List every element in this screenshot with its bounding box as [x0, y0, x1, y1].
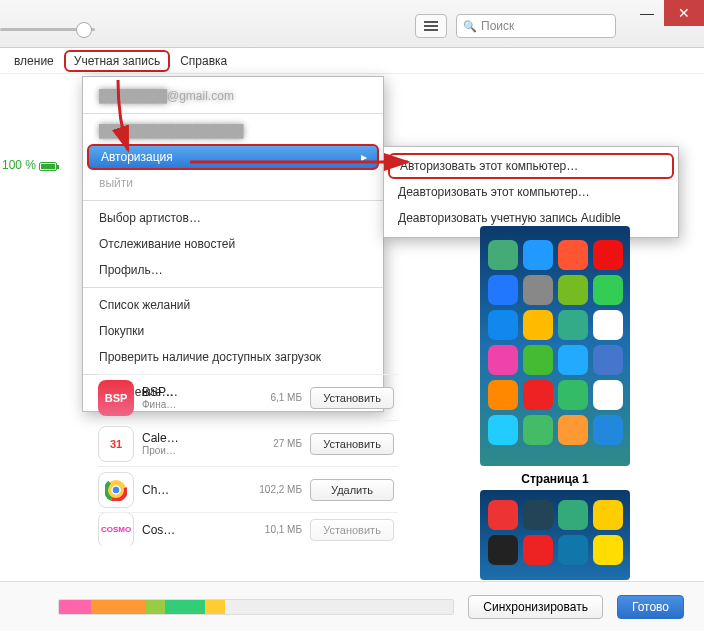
sync-button[interactable]: Синхронизировать	[468, 595, 603, 619]
phone-preview: Страница 1	[462, 226, 648, 580]
phone-app-icon[interactable]	[558, 380, 588, 410]
app-icon: 31	[98, 426, 134, 462]
capacity-segment	[225, 600, 454, 614]
dd-profile[interactable]: Профиль…	[83, 257, 383, 283]
phone-app-icon[interactable]	[593, 275, 623, 305]
phone-app-icon[interactable]	[523, 500, 553, 530]
phone-app-icon[interactable]	[558, 275, 588, 305]
phone-app-icon[interactable]	[488, 240, 518, 270]
dd-news[interactable]: Отслеживание новостей	[83, 231, 383, 257]
app-remove-button[interactable]: Удалить	[310, 479, 394, 501]
phone-screen-page1[interactable]	[480, 226, 630, 466]
app-row: COSMO Cos… 10,1 МБ Установить	[98, 512, 398, 546]
battery-percent: 100 %	[2, 158, 57, 172]
phone-app-icon[interactable]	[523, 415, 553, 445]
capacity-segment	[59, 600, 91, 614]
phone-app-icon[interactable]	[593, 240, 623, 270]
dd-wishlist[interactable]: Список желаний	[83, 292, 383, 318]
menu-bar: вление Учетная запись Справка	[0, 48, 704, 74]
dd-check-downloads[interactable]: Проверить наличие доступных загрузок	[83, 344, 383, 370]
app-sub: Фина…	[142, 399, 242, 410]
dd-purchases[interactable]: Покупки	[83, 318, 383, 344]
phone-app-icon[interactable]	[523, 310, 553, 340]
capacity-segment	[146, 600, 166, 614]
dd-artists[interactable]: Выбор артистов…	[83, 205, 383, 231]
app-install-button[interactable]: Установить	[310, 433, 394, 455]
done-button[interactable]: Готово	[617, 595, 684, 619]
phone-app-icon[interactable]	[488, 415, 518, 445]
phone-screen-page2[interactable]	[480, 490, 630, 580]
app-row: Ch… 102,2 МБ Удалить	[98, 466, 398, 512]
dd-obscured-row: █████████████████	[83, 118, 383, 144]
app-row: BSP BSP…Фина… 6,1 МБ Установить	[98, 374, 398, 420]
search-input[interactable]: Поиск	[456, 14, 616, 38]
phone-app-icon[interactable]	[488, 310, 518, 340]
app-list: BSP BSP…Фина… 6,1 МБ Установить 31 Cale……	[98, 374, 398, 546]
phone-page-label: Страница 1	[462, 472, 648, 486]
app-icon	[98, 472, 134, 508]
phone-app-icon[interactable]	[593, 310, 623, 340]
app-size: 10,1 МБ	[250, 524, 302, 535]
phone-app-icon[interactable]	[558, 310, 588, 340]
menu-item-truncated[interactable]: вление	[4, 50, 64, 72]
phone-app-icon[interactable]	[558, 535, 588, 565]
phone-app-icon[interactable]	[523, 275, 553, 305]
phone-app-icon[interactable]	[558, 345, 588, 375]
app-row: 31 Cale…Прои… 27 МБ Установить	[98, 420, 398, 466]
dd-signout[interactable]: выйти	[83, 170, 383, 196]
window-controls: — ✕	[630, 0, 704, 26]
phone-app-icon[interactable]	[558, 500, 588, 530]
phone-app-icon[interactable]	[488, 535, 518, 565]
toolbar: Поиск — ✕	[0, 0, 704, 48]
phone-app-icon[interactable]	[558, 240, 588, 270]
app-size: 27 МБ	[250, 438, 302, 449]
app-name: Cos…	[142, 523, 242, 537]
capacity-segment	[165, 600, 204, 614]
dd-email: ████████@gmail.com	[83, 83, 383, 109]
dd-authorize[interactable]: Авторизация	[87, 144, 379, 170]
app-name: Ch…	[142, 483, 242, 497]
account-dropdown: ████████@gmail.com █████████████████ Авт…	[82, 76, 384, 412]
app-icon: BSP	[98, 380, 134, 416]
phone-app-icon[interactable]	[593, 380, 623, 410]
phone-app-icon[interactable]	[593, 535, 623, 565]
phone-app-icon[interactable]	[523, 535, 553, 565]
close-button[interactable]: ✕	[664, 0, 704, 26]
phone-app-icon[interactable]	[593, 415, 623, 445]
app-size: 102,2 МБ	[250, 484, 302, 495]
battery-icon	[39, 162, 57, 171]
bottom-bar: Синхронизировать Готово	[0, 581, 704, 631]
menu-item-account[interactable]: Учетная запись	[64, 50, 170, 72]
capacity-segment	[91, 600, 146, 614]
phone-app-icon[interactable]	[488, 275, 518, 305]
minimize-button[interactable]: —	[630, 0, 664, 26]
volume-slider-knob[interactable]	[76, 22, 92, 38]
app-icon: COSMO	[98, 512, 134, 546]
sm-authorize-pc[interactable]: Авторизовать этот компьютер…	[388, 153, 674, 179]
chrome-icon	[105, 479, 127, 501]
phone-app-icon[interactable]	[488, 380, 518, 410]
phone-app-icon[interactable]	[558, 415, 588, 445]
view-list-button[interactable]	[415, 14, 447, 38]
phone-app-icon[interactable]	[523, 380, 553, 410]
app-install-button[interactable]: Установить	[310, 519, 394, 541]
capacity-bar[interactable]	[58, 599, 454, 615]
app-install-button[interactable]: Установить	[310, 387, 394, 409]
phone-app-icon[interactable]	[488, 345, 518, 375]
authorize-submenu: Авторизовать этот компьютер… Деавторизов…	[383, 146, 679, 238]
phone-app-icon[interactable]	[523, 240, 553, 270]
phone-app-icon[interactable]	[593, 500, 623, 530]
app-name: BSP…	[142, 385, 242, 399]
phone-app-icon[interactable]	[488, 500, 518, 530]
menu-item-help[interactable]: Справка	[170, 50, 237, 72]
phone-app-icon[interactable]	[593, 345, 623, 375]
capacity-segment	[205, 600, 225, 614]
app-sub: Прои…	[142, 445, 242, 456]
app-name: Cale…	[142, 431, 242, 445]
sm-deauthorize-pc[interactable]: Деавторизовать этот компьютер…	[384, 179, 678, 205]
app-size: 6,1 МБ	[250, 392, 302, 403]
phone-app-icon[interactable]	[523, 345, 553, 375]
